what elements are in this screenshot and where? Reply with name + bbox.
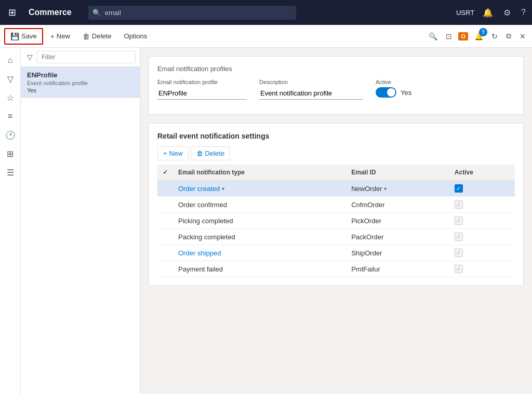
table-row[interactable]: Packing completedPackOrder✓ [157, 229, 515, 245]
filter-icon[interactable]: ▽ [25, 51, 35, 63]
row-active[interactable]: ✓ [449, 229, 515, 245]
description-input[interactable] [259, 87, 363, 100]
office-icon: O [458, 32, 468, 40]
col-type: Email notification type [173, 165, 346, 181]
filter-input[interactable] [37, 51, 136, 63]
table-row[interactable]: Payment failedPmtFailur✓ [157, 261, 515, 277]
row-email-id: PackOrder [346, 229, 449, 245]
table-row[interactable]: Order confirmedCnfmOrder✓ [157, 197, 515, 213]
active-checkbox[interactable]: ✓ [455, 233, 463, 241]
app-title: Commerce [24, 8, 76, 17]
row-email-id: PmtFailur [346, 261, 449, 277]
row-email-id: NewOrder ▾ [346, 181, 449, 197]
delete-grid-icon: 🗑 [196, 150, 203, 157]
options-button[interactable]: Options [118, 29, 152, 43]
plus-icon: + [50, 32, 55, 40]
active-field: Active Yes [376, 79, 411, 98]
list-panel: ▽ ENProfile Event notification profile Y… [21, 48, 140, 394]
row-active[interactable]: ✓ [449, 261, 515, 277]
row-active[interactable]: ✓ [449, 197, 515, 213]
row-type: Order confirmed [173, 197, 346, 213]
active-checkbox[interactable]: ✓ [455, 249, 463, 257]
row-active[interactable]: ✓ [449, 181, 515, 197]
main-layout: ⌂ ▽ ☆ ≡ 🕐 ⊞ ☰ ▽ ENProfile Event notifica… [0, 48, 532, 394]
list-item-status: Yes [27, 87, 134, 93]
row-checkbox-cell [157, 229, 173, 245]
waffle-icon[interactable]: ⊞ [4, 5, 20, 20]
clock-icon[interactable]: 🕐 [2, 127, 19, 143]
user-label: USRT [456, 9, 474, 17]
star-icon[interactable]: ☆ [2, 89, 19, 106]
list-icon[interactable]: ≡ [2, 108, 19, 125]
notification-table: ✓ Email notification type Email ID Activ… [157, 165, 515, 277]
global-search: 🔍 [88, 6, 296, 20]
close-icon[interactable]: ✕ [517, 30, 528, 43]
search-input[interactable] [88, 6, 296, 20]
active-checkbox[interactable]: ✓ [455, 200, 463, 209]
list-items: ENProfile Event notification profile Yes [21, 67, 140, 394]
toggle-knob [387, 88, 395, 97]
description-field: Description [259, 79, 363, 100]
command-bar: 💾 Save + New 🗑 Delete Options 🔍 ⊡ O 🔔 9 … [0, 25, 532, 48]
row-type: Packing completed [173, 229, 346, 245]
list-item-title: ENProfile [27, 71, 134, 79]
email-dropdown-arrow-icon: ▾ [384, 186, 387, 192]
row-checkbox-cell [157, 213, 173, 229]
lines-icon[interactable]: ☰ [2, 164, 19, 181]
row-checkbox-cell [157, 181, 173, 197]
profile-field: Email notification profile [157, 79, 247, 100]
list-item[interactable]: ENProfile Event notification profile Yes [21, 67, 140, 98]
list-panel-toolbar: ▽ [21, 48, 140, 67]
grid-icon[interactable]: ⊡ [444, 30, 454, 43]
row-checkbox-cell [157, 261, 173, 277]
home-icon[interactable]: ⌂ [2, 52, 19, 69]
active-checkbox[interactable]: ✓ [455, 216, 463, 225]
table-row[interactable]: Picking completedPickOrder✓ [157, 213, 515, 229]
description-label: Description [259, 79, 363, 85]
table-row[interactable]: Order created ▾NewOrder ▾✓ [157, 181, 515, 197]
row-checkbox-cell [157, 245, 173, 261]
table-icon[interactable]: ⊞ [2, 145, 19, 162]
bell-icon[interactable]: 🔔 [481, 6, 495, 20]
delete-icon: 🗑 [83, 32, 90, 40]
active-checkbox[interactable]: ✓ [455, 184, 463, 193]
list-item-subtitle: Event notification profile [27, 80, 134, 86]
search-cmd-icon[interactable]: 🔍 [427, 30, 440, 43]
grid-section: Retail event notification settings + New… [149, 123, 524, 286]
plus-grid-icon: + [163, 150, 167, 157]
col-email-id: Email ID [346, 165, 449, 181]
active-checkbox[interactable]: ✓ [455, 265, 463, 273]
top-nav-right: USRT 🔔 ⚙ ? [456, 6, 528, 20]
notification-badge: 9 [479, 28, 487, 36]
refresh-icon[interactable]: ↻ [489, 30, 500, 43]
table-header-row: ✓ Email notification type Email ID Activ… [157, 165, 515, 181]
save-button[interactable]: 💾 Save [4, 28, 43, 45]
row-checkbox-cell [157, 197, 173, 213]
dropdown-arrow-icon: ▾ [222, 186, 224, 192]
profile-input[interactable] [157, 87, 247, 100]
icon-container: ⊡ [444, 30, 454, 43]
type-link[interactable]: Order created [178, 185, 220, 193]
row-active[interactable]: ✓ [449, 245, 515, 261]
new-button[interactable]: + New [45, 29, 75, 44]
form-section: Email notification profiles Email notifi… [149, 56, 524, 115]
gear-icon[interactable]: ⚙ [501, 6, 513, 20]
grid-delete-button[interactable]: 🗑 Delete [191, 146, 231, 160]
help-icon[interactable]: ? [519, 6, 528, 19]
sidebar-icons: ⌂ ▽ ☆ ≡ 🕐 ⊞ ☰ [0, 48, 21, 394]
row-type: Order created ▾ [173, 181, 346, 197]
active-toggle[interactable] [376, 87, 396, 98]
active-label: Active [376, 79, 411, 85]
command-bar-right: 🔍 ⊡ O 🔔 9 ↻ ⧉ ✕ [427, 30, 528, 43]
table-row[interactable]: Order shippedShipOrder✓ [157, 245, 515, 261]
open-new-icon[interactable]: ⧉ [504, 30, 513, 43]
grid-toolbar: + New 🗑 Delete [157, 146, 515, 160]
delete-button[interactable]: 🗑 Delete [77, 29, 117, 44]
filter-sidebar-icon[interactable]: ▽ [2, 71, 19, 87]
grid-new-button[interactable]: + New [157, 146, 189, 160]
row-email-id: PickOrder [346, 213, 449, 229]
row-active[interactable]: ✓ [449, 213, 515, 229]
notif-container: 🔔 9 [472, 30, 485, 43]
active-value: Yes [401, 89, 411, 97]
row-type: Picking completed [173, 213, 346, 229]
